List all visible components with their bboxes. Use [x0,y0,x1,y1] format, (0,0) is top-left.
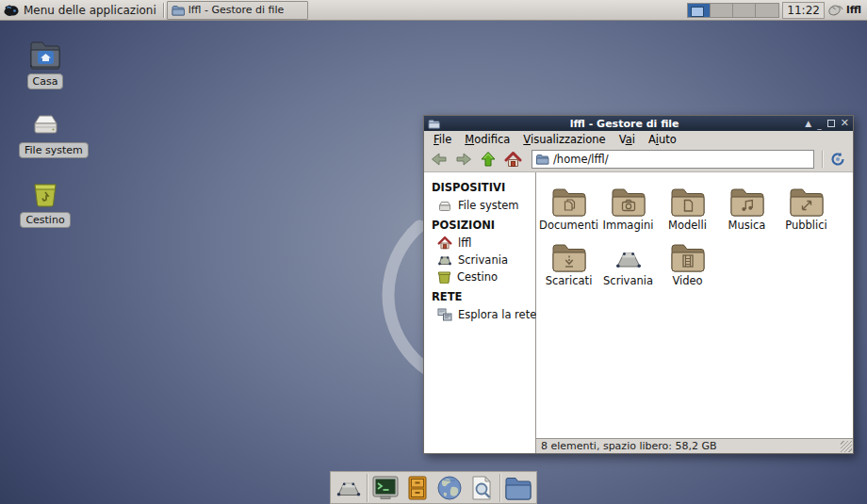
path-input[interactable] [553,153,810,166]
back-button[interactable] [428,149,450,170]
window-folder-icon [428,119,440,129]
shade-button[interactable]: ▲ [805,119,811,128]
workspace-switcher[interactable] [687,3,779,18]
home-button[interactable] [501,149,524,170]
window-title: lffl - Gestore di file [444,118,805,130]
xfce-mouse-icon [3,3,20,18]
desktop-icon-label: Cestino [20,212,70,228]
menubar: File Modifica Visualizzazione Vai Aiuto [424,131,853,147]
side-pane: DISPOSITIVI File system POSIZIONI lf [424,172,536,453]
harddrive-icon [28,110,62,138]
file-item-scaricati[interactable]: Scaricati [540,233,597,287]
sidebar-item-trash[interactable]: Cestino [424,268,538,285]
path-bar[interactable] [532,150,814,169]
window-titlebar[interactable]: lffl - Gestore di file ▲ _ ✕ [424,116,853,131]
top-panel: Menu delle applicazioni lffl - Gestore d… [0,0,867,21]
forward-icon [455,152,472,167]
search-launcher[interactable] [466,473,498,503]
dock-separator [367,474,368,502]
folder-public-icon [788,185,826,217]
applications-menu-button[interactable]: Menu delle applicazioni [0,0,162,20]
close-button[interactable]: ✕ [841,119,849,128]
document-search-icon [469,475,494,501]
folder-music-icon [728,185,766,217]
up-icon [480,151,497,168]
toolbar-separator [822,151,823,168]
folder-launcher[interactable] [502,473,534,503]
file-item-pubblici[interactable]: Pubblici [777,177,835,232]
home-icon [504,152,522,168]
desktop-icon-label: Casa [27,73,64,89]
menu-help[interactable]: Aiuto [642,132,683,147]
file-item-scrivania[interactable]: Scrivania [599,233,657,287]
file-view: Documenti Immagini [536,172,853,438]
panel-username[interactable]: lffl [846,4,863,16]
statusbar: 8 elementi, spazio libero: 58,2 GB [536,438,853,453]
mouse-device-icon[interactable] [827,3,843,17]
sidebar-header-network: RETE [424,285,538,306]
terminal-icon [371,475,400,500]
show-desktop-button[interactable] [333,473,365,503]
globe-icon [436,475,463,501]
up-button[interactable] [477,149,499,170]
network-icon [437,308,452,321]
show-desktop-icon [335,477,363,499]
file-item-documenti[interactable]: Documenti [540,177,597,232]
toolbar [424,147,853,172]
maximize-button[interactable] [827,120,835,127]
folder-pictures-icon [610,185,647,217]
file-item-video[interactable]: Video [659,233,716,287]
panel-separator [163,3,164,18]
statusbar-text: 8 elementi, spazio libero: 58,2 GB [541,440,717,452]
file-item-immagini[interactable]: Immagini [599,177,657,232]
workspace-2[interactable] [711,4,733,17]
file-item-modelli[interactable]: Modelli [659,177,716,232]
sidebar-item-network[interactable]: Esplora la rete [424,306,538,323]
forward-button[interactable] [452,149,475,170]
terminal-launcher[interactable] [369,473,401,503]
workspace-1[interactable] [688,4,711,17]
desktop-icon-label: File system [19,142,89,158]
reload-icon [830,152,845,167]
folder-icon [504,476,532,500]
taskbar-window-label: lffl - Gestore di file [188,4,285,16]
sidebar-header-devices: DISPOSITIVI [424,176,538,197]
harddrive-icon [437,200,452,212]
file-manager-launcher[interactable] [401,473,434,503]
sidebar-item-filesystem[interactable]: File system [424,197,538,214]
path-folder-icon [535,154,549,165]
folder-templates-icon [669,185,707,217]
resize-grip[interactable] [841,441,852,452]
sidebar-header-places: POSIZIONI [424,214,538,235]
sidebar-item-home[interactable]: lffl [424,235,538,252]
minimize-button[interactable]: _ [817,121,822,130]
workspace-3[interactable] [733,4,756,17]
desktop-icon-filesystem[interactable]: File system [19,106,72,158]
file-item-musica[interactable]: Musica [718,177,776,232]
sidebar-item-desktop[interactable]: Scrivania [424,252,538,268]
taskbar-window-button[interactable]: lffl - Gestore di file [167,1,308,20]
reload-button[interactable] [826,149,849,170]
folder-videos-icon [669,240,707,272]
trash-icon [29,178,61,208]
web-browser-launcher[interactable] [434,473,466,503]
folder-downloads-icon [550,240,588,272]
menu-file[interactable]: File [427,132,458,147]
home-icon [437,236,452,250]
workspace-4[interactable] [756,4,778,17]
menu-view[interactable]: Visualizzazione [516,132,612,147]
desktop-icon [437,254,452,267]
taskbar-folder-icon [172,5,185,16]
applications-menu-label: Menu delle applicazioni [24,4,156,17]
menu-edit[interactable]: Modifica [458,132,516,147]
file-manager-window: lffl - Gestore di file ▲ _ ✕ File Modifi… [423,115,854,454]
file-cabinet-icon [406,475,429,501]
menu-go[interactable]: Vai [613,132,642,147]
desktop-icon-trash[interactable]: Cestino [19,176,72,228]
folder-documents-icon [550,185,588,217]
panel-clock[interactable]: 11:22 [782,2,825,19]
desktop-icon-home[interactable]: Casa [19,38,72,89]
back-icon [431,152,448,167]
home-folder-icon [28,40,62,70]
dock-separator [499,474,500,502]
